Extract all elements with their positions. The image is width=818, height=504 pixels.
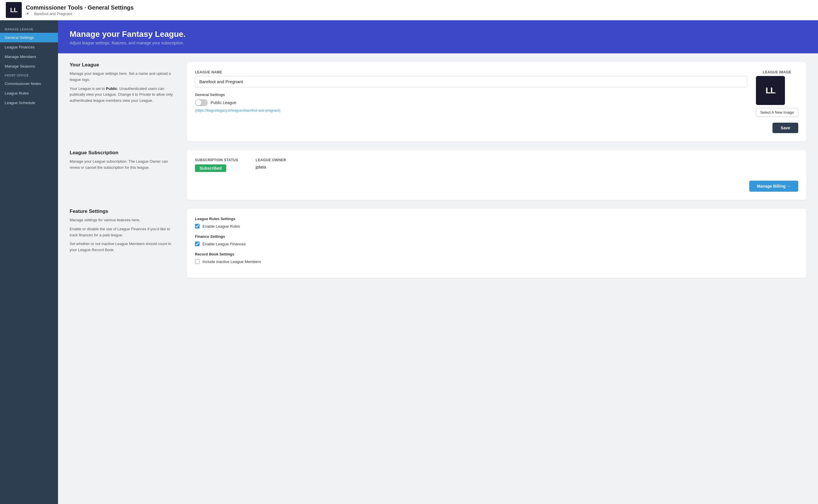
your-league-desc1: Manage your league settings here. Set a … xyxy=(70,71,174,83)
your-league-desc2: Your League is set to Public. Unauthenti… xyxy=(70,86,174,104)
league-image-preview: LL xyxy=(756,76,785,105)
league-url-link[interactable]: (https://leaguelegacy.io/leagues/barefoo… xyxy=(195,108,747,113)
public-league-toggle-row: Public League xyxy=(195,99,747,106)
subscribed-badge: Subscribed xyxy=(195,164,226,172)
league-owner-label: League Owner xyxy=(256,158,286,162)
enable-finances-checkbox[interactable] xyxy=(195,242,200,246)
league-owner-col: League Owner jplata xyxy=(256,158,286,172)
league-image-block: League Image LL Select A New Image xyxy=(756,70,798,117)
public-league-toggle[interactable] xyxy=(195,99,208,106)
feature-settings-desc3: Set whether or not inactive League Membe… xyxy=(70,241,174,253)
enable-finances-row: Enable League Finances xyxy=(195,242,798,246)
page-body: Your League Manage your league settings … xyxy=(58,53,818,504)
front-office-label: FRONT OFFICE xyxy=(0,71,58,79)
save-btn-row: Save xyxy=(195,123,798,133)
manage-billing-button[interactable]: Manage Billing → xyxy=(749,181,798,192)
sidebar-item-league-finances[interactable]: League Finances xyxy=(0,42,58,52)
subscription-left: League Subscription Manage your League s… xyxy=(70,150,180,200)
app-logo: LL xyxy=(6,2,22,18)
manage-billing-row: Manage Billing → xyxy=(195,181,798,192)
record-book-group: Record Book Settings Include inactive Le… xyxy=(195,252,798,264)
feature-settings-title: Feature Settings xyxy=(70,209,174,214)
league-image-label: League Image xyxy=(756,70,798,74)
subscription-desc: Manage your League subscription. The Lea… xyxy=(70,159,174,171)
main-content: Manage your Fantasy League. Adjust leagu… xyxy=(58,20,818,504)
your-league-left: Your League Manage your league settings … xyxy=(70,62,180,141)
sidebar-item-commissioner-notes[interactable]: Commissioner Notes xyxy=(0,79,58,88)
include-inactive-row: Include inactive League Members xyxy=(195,259,798,264)
enable-league-rules-row: Enable League Rules xyxy=(195,224,798,229)
enable-finances-label: Enable League Finances xyxy=(202,242,246,246)
general-settings-label: General Settings xyxy=(195,93,747,97)
toggle-knob xyxy=(196,100,201,106)
league-name-input[interactable] xyxy=(195,76,747,87)
subscription-status-col: Subscription Status Subscribed xyxy=(195,158,238,172)
header: LL Commissioner Tools · General Settings… xyxy=(0,0,818,20)
page-title: Commissioner Tools · General Settings xyxy=(26,4,134,11)
enable-league-rules-checkbox[interactable] xyxy=(195,224,200,229)
subscription-grid: Subscription Status Subscribed League Ow… xyxy=(195,158,798,172)
hero-title: Manage your Fantasy League. xyxy=(70,30,806,39)
save-button[interactable]: Save xyxy=(772,123,798,133)
owner-name: jplata xyxy=(256,164,286,169)
league-name-block: League Name General Settings Public Leag… xyxy=(195,70,747,113)
page-hero: Manage your Fantasy League. Adjust leagu… xyxy=(58,20,818,53)
your-league-card: League Name General Settings Public Leag… xyxy=(187,62,806,141)
subtitle-dot: · xyxy=(31,12,32,16)
sidebar-item-manage-members[interactable]: Manage Members xyxy=(0,52,58,61)
league-logo-text: LL xyxy=(765,86,775,95)
subscription-title: League Subscription xyxy=(70,150,174,156)
record-book-group-title: Record Book Settings xyxy=(195,252,798,256)
public-league-label: Public League xyxy=(211,100,236,105)
manage-league-label: MANAGE LEAGUE xyxy=(0,25,58,33)
include-inactive-checkbox[interactable] xyxy=(195,259,200,264)
include-inactive-label: Include inactive League Members xyxy=(202,260,261,264)
sidebar: MANAGE LEAGUE General Settings League Fi… xyxy=(0,20,58,504)
header-subtitle: 👁 · Barefoot and Pregnant xyxy=(26,12,134,16)
enable-league-rules-label: Enable League Rules xyxy=(202,224,240,229)
league-name-image-row: League Name General Settings Public Leag… xyxy=(195,70,798,117)
league-name-label: League Name xyxy=(195,70,747,74)
hero-subtitle: Adjust league settings, features, and ma… xyxy=(70,41,806,45)
your-league-title: Your League xyxy=(70,62,174,68)
subtitle-league: Barefoot and Pregnant xyxy=(34,12,72,16)
logo-text: LL xyxy=(10,6,17,14)
league-rules-group: League Rules Settings Enable League Rule… xyxy=(195,217,798,229)
finance-group-title: Finance Settings xyxy=(195,234,798,239)
finance-group: Finance Settings Enable League Finances xyxy=(195,234,798,246)
league-rules-group-title: League Rules Settings xyxy=(195,217,798,221)
subscription-status-label: Subscription Status xyxy=(195,158,238,162)
feature-settings-section: Feature Settings Manage settings for var… xyxy=(70,209,806,278)
select-image-button[interactable]: Select A New Image xyxy=(756,108,798,117)
header-title-block: Commissioner Tools · General Settings 👁 … xyxy=(26,4,134,16)
sidebar-item-general-settings[interactable]: General Settings xyxy=(0,33,58,42)
sidebar-item-manage-seasons[interactable]: Manage Seasons xyxy=(0,61,58,71)
league-subscription-section: League Subscription Manage your League s… xyxy=(70,150,806,200)
feature-settings-card: League Rules Settings Enable League Rule… xyxy=(187,209,806,278)
your-league-section: Your League Manage your league settings … xyxy=(70,62,806,141)
feature-settings-desc1: Manage settings for various features her… xyxy=(70,217,174,223)
sidebar-item-league-rules[interactable]: League Rules xyxy=(0,88,58,98)
feature-settings-desc2: Enable or disable the use of League Fina… xyxy=(70,226,174,238)
desc2-prefix: Your League is set to xyxy=(70,86,106,91)
main-layout: MANAGE LEAGUE General Settings League Fi… xyxy=(0,20,818,504)
eye-icon: 👁 xyxy=(26,12,30,16)
feature-settings-left: Feature Settings Manage settings for var… xyxy=(70,209,180,278)
sidebar-item-league-schedule[interactable]: League Schedule xyxy=(0,98,58,108)
subscription-card: Subscription Status Subscribed League Ow… xyxy=(187,150,806,200)
desc2-highlight: Public xyxy=(106,86,117,91)
